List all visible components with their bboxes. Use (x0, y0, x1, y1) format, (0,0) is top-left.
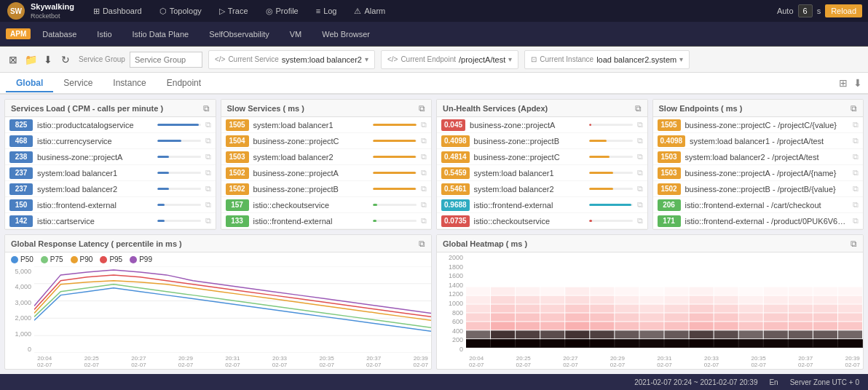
heatmap-copy-icon[interactable]: ⧉ (851, 239, 857, 249)
row-copy-icon[interactable]: ⧉ (205, 200, 211, 210)
value-badge: 0.9688 (441, 199, 470, 211)
list-item[interactable]: 468istio::currencyservice⧉ (5, 133, 216, 149)
service-group-input[interactable] (130, 52, 202, 68)
list-item[interactable]: 0.4098business-zone::projectB⧉ (437, 133, 647, 149)
list-item[interactable]: 206istio::frontend-external - /cart/chec… (653, 197, 864, 213)
tab-endpoint[interactable]: Endpoint (157, 75, 211, 92)
refresh-icon[interactable]: ↻ (58, 52, 73, 67)
download-icon[interactable]: ⬇ (41, 52, 55, 67)
row-copy-icon[interactable]: ⧉ (205, 136, 211, 146)
row-copy-icon[interactable]: ⧉ (205, 184, 211, 194)
slow-services-title: Slow Services ( ms ) (227, 104, 304, 113)
list-item[interactable]: 0.0735istio::checkoutservice⧉ (437, 213, 647, 229)
nav-alarm[interactable]: ⚠ Alarm (347, 0, 392, 22)
list-item[interactable]: 1503system:load balancer2⧉ (221, 149, 432, 165)
list-item[interactable]: 0.045business-zone::projectA⧉ (437, 117, 647, 133)
row-copy-icon[interactable]: ⧉ (637, 184, 643, 194)
list-item[interactable]: 1505system:load balancer1⧉ (221, 117, 432, 133)
row-copy-icon[interactable]: ⧉ (853, 136, 859, 146)
list-item[interactable]: 825istio::productcatalogservice⧉ (5, 117, 216, 133)
list-item[interactable]: 142istio::cartservice⧉ (5, 213, 216, 229)
list-item[interactable]: 238business-zone::projectA⧉ (5, 149, 216, 165)
row-copy-icon[interactable]: ⧉ (205, 152, 211, 162)
nav-profile[interactable]: ◎ Profile (259, 0, 306, 22)
list-item[interactable]: 1503business-zone::projectA - /projectA/… (653, 165, 864, 181)
row-label: system:load balancer1 (474, 169, 585, 178)
nav-vm[interactable]: VM (281, 27, 311, 41)
list-item[interactable]: 1505business-zone::projectC - /projectC/… (653, 117, 864, 133)
tab-instance[interactable]: Instance (103, 75, 156, 92)
row-copy-icon[interactable]: ⧉ (205, 216, 211, 226)
row-copy-icon[interactable]: ⧉ (421, 152, 427, 162)
row-copy-icon[interactable]: ⧉ (853, 184, 859, 194)
current-instance-selector[interactable]: ⊡ Current Instance load balancer2.system… (524, 50, 690, 69)
latency-copy-icon[interactable]: ⧉ (419, 239, 425, 249)
row-copy-icon[interactable]: ⧉ (637, 152, 643, 162)
row-copy-icon[interactable]: ⧉ (205, 120, 211, 130)
list-item[interactable]: 150istio::frontend-external⧉ (5, 197, 216, 213)
list-item[interactable]: 133istio::frontend-external⧉ (221, 213, 432, 229)
list-item[interactable]: 0.5461system:load balancer2⧉ (437, 181, 647, 197)
save-icon[interactable]: ⬇ (853, 77, 862, 89)
list-item[interactable]: 1502business-zone::projectB - /projectB/… (653, 181, 864, 197)
folder-icon[interactable]: 📁 (23, 52, 38, 67)
slow-endpoints-copy-icon[interactable]: ⧉ (851, 103, 857, 114)
row-copy-icon[interactable]: ⧉ (421, 200, 427, 210)
row-copy-icon[interactable]: ⧉ (421, 168, 427, 178)
services-load-copy-icon[interactable]: ⧉ (203, 103, 210, 114)
tab-service[interactable]: Service (53, 75, 103, 92)
list-item[interactable]: 0.4814business-zone::projectC⧉ (437, 149, 647, 165)
svg-rect-98 (714, 330, 738, 338)
nav-log[interactable]: ≡ Log (309, 0, 344, 22)
list-item[interactable]: 171istio::frontend-external - /product/0… (653, 213, 864, 229)
grid-icon[interactable]: ⊞ (839, 77, 848, 89)
list-item[interactable]: 1502business-zone::projectB⧉ (221, 181, 432, 197)
svg-rect-55 (838, 305, 862, 313)
nav-topology[interactable]: ⬡ Topology (152, 0, 209, 22)
list-item[interactable]: 237system:load balancer1⧉ (5, 165, 216, 181)
list-item[interactable]: 157istio::checkoutservice⧉ (221, 197, 432, 213)
list-item[interactable]: 0.5459system:load balancer1⧉ (437, 165, 647, 181)
nav-trace[interactable]: ▷ Trace (212, 0, 256, 22)
current-service-selector[interactable]: </> Current Service system:load balancer… (208, 50, 375, 69)
nav-dashboard[interactable]: ⊞ Dashboard (86, 0, 149, 22)
row-copy-icon[interactable]: ⧉ (421, 216, 427, 226)
svg-rect-18 (714, 287, 738, 295)
row-copy-icon[interactable]: ⧉ (421, 120, 427, 130)
row-copy-icon[interactable]: ⧉ (853, 120, 859, 130)
list-item[interactable]: 237system:load balancer2⧉ (5, 181, 216, 197)
row-copy-icon[interactable]: ⧉ (853, 200, 859, 210)
svg-rect-28 (565, 296, 589, 304)
row-copy-icon[interactable]: ⧉ (637, 200, 643, 210)
row-copy-icon[interactable]: ⧉ (637, 136, 643, 146)
row-copy-icon[interactable]: ⧉ (853, 168, 859, 178)
row-copy-icon[interactable]: ⧉ (637, 120, 643, 130)
row-copy-icon[interactable]: ⧉ (853, 216, 859, 226)
row-copy-icon[interactable]: ⧉ (853, 152, 859, 162)
nav-istio-data-plane[interactable]: Istio Data Plane (124, 27, 198, 41)
svg-rect-12 (565, 287, 589, 295)
list-item[interactable]: 0.4098system:load balancer1 - /projectA/… (653, 133, 864, 149)
current-endpoint-selector[interactable]: </> Current Endpoint /projectA/test ▾ (381, 50, 518, 69)
interval-badge[interactable]: 6 (798, 4, 813, 17)
unhealth-services-header: Un-Health Services (Apdex) ⧉ (437, 100, 647, 117)
list-item[interactable]: 1504business-zone::projectC⧉ (221, 133, 432, 149)
nav-self-observability[interactable]: SelfObservability (200, 27, 278, 41)
slow-services-copy-icon[interactable]: ⧉ (419, 103, 425, 114)
list-item[interactable]: 1503system:load balancer2 - /projectA/te… (653, 149, 864, 165)
list-item[interactable]: 1502business-zone::projectA⧉ (221, 165, 432, 181)
nav-istio[interactable]: Istio (88, 27, 120, 41)
unhealth-services-copy-icon[interactable]: ⧉ (635, 103, 642, 114)
row-copy-icon[interactable]: ⧉ (205, 168, 211, 178)
nav-database[interactable]: Database (33, 27, 85, 41)
row-copy-icon[interactable]: ⧉ (637, 216, 643, 226)
progress-bar-wrap (373, 220, 417, 222)
tab-global[interactable]: Global (6, 75, 53, 92)
list-item[interactable]: 0.9688istio::frontend-external⧉ (437, 197, 647, 213)
row-copy-icon[interactable]: ⧉ (637, 168, 643, 178)
reload-button[interactable]: Reload (825, 4, 862, 17)
home-icon[interactable]: ⊠ (6, 52, 20, 67)
nav-web-browser[interactable]: Web Browser (313, 27, 379, 41)
row-copy-icon[interactable]: ⧉ (421, 184, 427, 194)
row-copy-icon[interactable]: ⧉ (421, 136, 427, 146)
